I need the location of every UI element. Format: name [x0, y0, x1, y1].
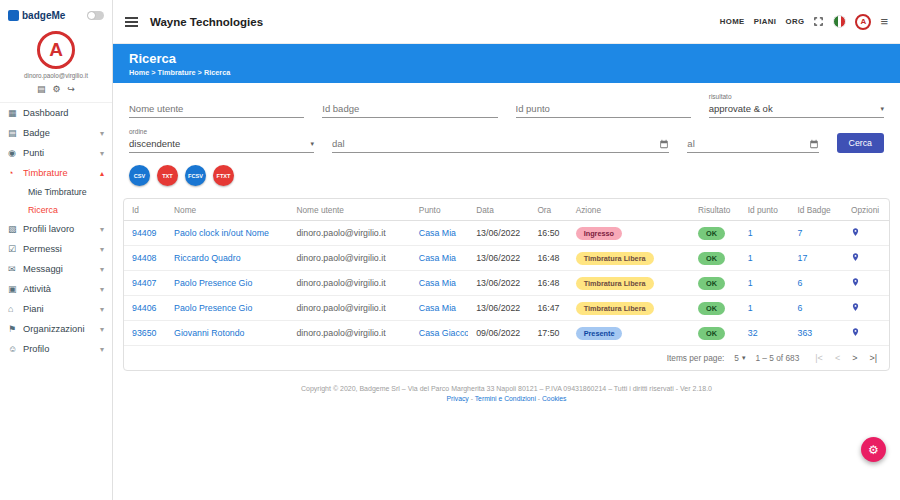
list-menu-icon[interactable]: ≡ [880, 14, 888, 29]
column-header-ora: Ora [529, 199, 567, 221]
hamburger-menu-icon[interactable] [125, 21, 138, 23]
row-id-link[interactable]: 94407 [132, 278, 156, 288]
row-nome-link[interactable]: Giovanni Rotondo [174, 328, 244, 338]
sidebar-item-piani[interactable]: ⌂ Piani ▾ [0, 299, 112, 319]
row-id-badge-link[interactable]: 6 [797, 278, 802, 288]
row-punto-link[interactable]: Casa Mia [419, 228, 456, 238]
pagination-last-icon[interactable]: >| [869, 353, 877, 363]
export-csv-button[interactable]: CSV [129, 165, 150, 186]
row-data: 13/06/2022 [468, 221, 529, 246]
row-id-punto-link[interactable]: 1 [748, 228, 753, 238]
table-header-row: IdNomeNome utentePuntoDataOraAzioneRisul… [124, 199, 889, 221]
sidebar-item-profilo[interactable]: ☺ Profilo ▾ [0, 339, 112, 359]
row-punto-link[interactable]: Casa Mia [419, 303, 456, 313]
chevron-icon: ▾ [100, 345, 104, 354]
pagination-first-icon[interactable]: |< [815, 353, 823, 363]
row-id-badge-link[interactable]: 6 [797, 303, 802, 313]
export-fcsv-button[interactable]: FCSV [185, 165, 206, 186]
sidebar-item-permessi[interactable]: ☑ Permessi ▾ [0, 239, 112, 259]
map-pin-icon[interactable] [851, 251, 860, 263]
cookies-link[interactable]: Cookies [542, 395, 567, 402]
items-per-page-select[interactable]: 5 ▾ [734, 353, 745, 363]
row-id-badge-link[interactable]: 17 [797, 253, 807, 263]
row-punto-link[interactable]: Casa Mia [419, 253, 456, 263]
row-id-punto-link[interactable]: 1 [748, 303, 753, 313]
row-nome-link[interactable]: Paolo Presence Gio [174, 278, 252, 288]
map-pin-icon[interactable] [851, 326, 860, 338]
dal-date-input[interactable] [332, 135, 659, 152]
row-id-punto-link[interactable]: 1 [748, 253, 753, 263]
termini-link[interactable]: Termini e Condizioni [475, 395, 536, 402]
calendar-icon[interactable] [809, 139, 819, 149]
topbar-link-piani[interactable]: PIANI [754, 17, 777, 26]
results-table-card: IdNomeNome utentePuntoDataOraAzioneRisul… [123, 198, 890, 371]
calendar-icon[interactable] [659, 139, 669, 149]
account-avatar[interactable]: A [855, 14, 871, 30]
map-pin-icon[interactable] [851, 301, 860, 313]
row-id-link[interactable]: 94409 [132, 228, 156, 238]
logout-icon[interactable]: ↪ [68, 84, 76, 94]
fullscreen-icon[interactable] [813, 16, 824, 27]
topbar-link-org[interactable]: ORG [785, 17, 804, 26]
export-txt-button[interactable]: TXT [157, 165, 178, 186]
pagination-range: 1 – 5 of 683 [755, 353, 799, 363]
row-id-link[interactable]: 94408 [132, 253, 156, 263]
sidebar-item-organizzazioni[interactable]: ⚑ Organizzazioni ▾ [0, 319, 112, 339]
column-header-risultato: Risultato [690, 199, 740, 221]
row-punto-link[interactable]: Casa Mia [419, 278, 456, 288]
export-buttons: CSVTXTFCSVFTXT [129, 163, 884, 190]
row-nome-link[interactable]: Paolo clock in/out Nome [174, 228, 269, 238]
sidebar-subitem-ricerca[interactable]: Ricerca [0, 201, 112, 219]
row-id-punto-link[interactable]: 1 [748, 278, 753, 288]
sidebar-item-messaggi[interactable]: ✉ Messaggi ▾ [0, 259, 112, 279]
badge-card-icon[interactable]: ▤ [37, 84, 46, 94]
chevron-down-icon: ▾ [880, 105, 884, 113]
nome-utente-input[interactable] [129, 100, 304, 118]
row-id-badge-link[interactable]: 363 [797, 328, 812, 338]
pagination-next-icon[interactable]: > [852, 353, 857, 363]
sidebar-collapse-toggle[interactable] [87, 11, 104, 20]
sidebar-subitem-mie-timbrature[interactable]: Mie Timbrature [0, 183, 112, 201]
sidebar-item-profili-lavoro[interactable]: ▧ Profili lavoro ▾ [0, 219, 112, 239]
language-flag-icon[interactable] [833, 15, 846, 28]
footer: Copyright © 2020, Badgeme Srl – Via del … [113, 385, 900, 402]
row-nome-link[interactable]: Paolo Presence Gio [174, 303, 252, 313]
filter-row-1: risultato approvate & ok ▾ [129, 93, 884, 118]
user-avatar[interactable]: A [37, 31, 75, 69]
chevron-icon: ▾ [100, 225, 104, 234]
row-nome-link[interactable]: Riccardo Quadro [174, 253, 241, 263]
export-ftxt-button[interactable]: FTXT [213, 165, 234, 186]
sidebar-item-attivit-[interactable]: ▣ Attività ▾ [0, 279, 112, 299]
pagination-prev-icon[interactable]: < [835, 353, 840, 363]
al-field-wrap [687, 135, 818, 153]
column-header-data: Data [468, 199, 529, 221]
id-punto-input[interactable] [516, 100, 691, 118]
row-nome-utente: dinoro.paolo@virgilio.it [288, 321, 410, 346]
column-header-opzioni: Opzioni [843, 199, 889, 221]
risultato-field-wrap: risultato approvate & ok ▾ [709, 93, 884, 118]
settings-fab[interactable]: ⚙ [861, 437, 886, 462]
ordine-select[interactable]: discendente ▾ [129, 136, 314, 153]
row-id-badge-link[interactable]: 7 [797, 228, 802, 238]
row-id-link[interactable]: 93650 [132, 328, 156, 338]
cerca-button[interactable]: Cerca [837, 133, 884, 153]
row-id-punto-link[interactable]: 32 [748, 328, 758, 338]
sidebar-item-timbrature[interactable]: ◔ Timbrature ▴ [0, 163, 112, 183]
privacy-link[interactable]: Privacy [446, 395, 468, 402]
sidebar-item-badge[interactable]: ▤ Badge ▾ [0, 123, 112, 143]
risultato-select[interactable]: approvate & ok ▾ [709, 101, 884, 118]
id-badge-input[interactable] [322, 100, 497, 118]
id-badge-field-wrap [322, 98, 497, 118]
items-per-page-value: 5 [734, 353, 739, 363]
row-punto-link[interactable]: Casa Giacco [419, 328, 468, 338]
map-pin-icon[interactable] [851, 226, 860, 238]
sidebar-item-dashboard[interactable]: ▦ Dashboard [0, 103, 112, 123]
breadcrumb: Home > Timbrature > Ricerca [129, 68, 884, 77]
al-date-input[interactable] [687, 135, 808, 152]
column-header-nome-utente: Nome utente [288, 199, 410, 221]
row-id-link[interactable]: 94406 [132, 303, 156, 313]
settings-icon[interactable]: ⚙ [52, 84, 60, 94]
sidebar-item-punti[interactable]: ◉ Punti ▾ [0, 143, 112, 163]
topbar-link-home[interactable]: HOME [720, 17, 745, 26]
map-pin-icon[interactable] [851, 276, 860, 288]
